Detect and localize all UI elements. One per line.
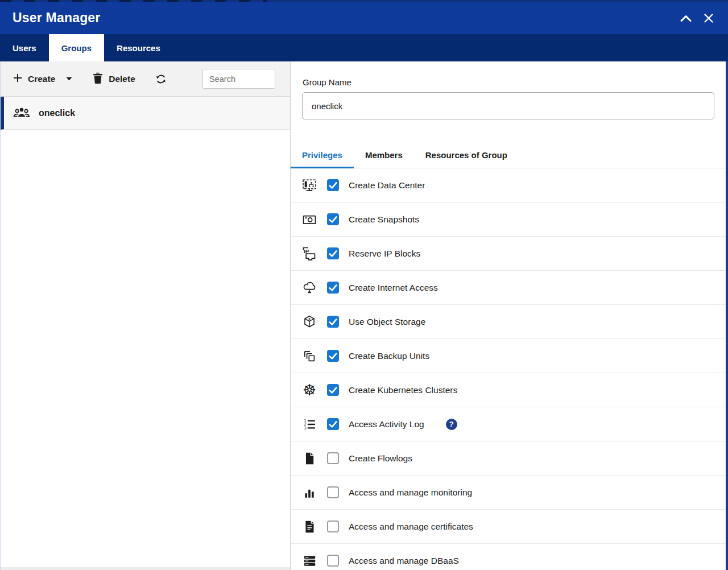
privilege-checkbox[interactable] <box>327 247 339 259</box>
privilege-row: Access and manage monitoring <box>291 476 726 510</box>
window-body: Create Delete <box>0 61 728 570</box>
user-manager-window: User Manager UsersGroupsResources Create <box>0 0 728 570</box>
privilege-row: Create Snapshots <box>291 203 726 237</box>
question-mark-icon[interactable]: ? <box>446 419 457 430</box>
privilege-label: Create Snapshots <box>349 214 419 225</box>
privilege-row: Access and manage DBaaS <box>291 544 726 570</box>
refresh-icon[interactable] <box>155 73 167 85</box>
ip-block-icon: IP <box>301 245 318 262</box>
detail-tabbar: PrivilegesMembersResources of Group <box>291 142 726 168</box>
privilege-label: Create Data Center <box>349 180 425 191</box>
privilege-checkbox[interactable] <box>327 316 339 328</box>
chevron-down-icon[interactable] <box>66 77 72 81</box>
data-center-icon <box>301 177 318 194</box>
group-detail-panel: Group Name PrivilegesMembersResources of… <box>291 61 726 570</box>
group-icon <box>12 105 31 121</box>
privilege-checkbox[interactable] <box>327 555 339 567</box>
tab-users[interactable]: Users <box>0 34 49 61</box>
privilege-row: Create Backup Units <box>291 339 726 373</box>
close-icon[interactable] <box>702 11 715 25</box>
detail-tab-privileges[interactable]: Privileges <box>291 142 354 168</box>
privilege-label: Create Kubernetes Clusters <box>349 385 457 395</box>
privilege-label: Create Backup Units <box>349 351 429 361</box>
privilege-label: Reserve IP Blocks <box>349 249 420 259</box>
group-list-item[interactable]: oneclick <box>1 97 290 130</box>
privilege-checkbox[interactable] <box>327 213 339 225</box>
document-lines-icon <box>301 518 318 535</box>
group-list-item-label: oneclick <box>39 108 75 118</box>
privilege-label: Access and manage certificates <box>349 522 473 532</box>
privilege-row: 1 2 3Access Activity Log? <box>291 407 726 441</box>
privilege-checkbox[interactable] <box>327 350 339 362</box>
privilege-label: Use Object Storage <box>349 317 425 327</box>
create-button-label: Create <box>28 74 55 84</box>
group-list: oneclick <box>1 97 290 130</box>
privilege-row: Access and manage certificates <box>291 510 726 544</box>
groups-panel: Create Delete <box>1 61 291 570</box>
group-list-empty-area <box>1 130 290 567</box>
privilege-row: ☸Create Kubernetes Clusters <box>291 373 726 407</box>
privilege-checkbox[interactable] <box>327 384 339 396</box>
privilege-row: Create Internet Access <box>291 271 726 305</box>
chevron-up-icon[interactable] <box>679 11 693 25</box>
search-input[interactable] <box>202 69 275 89</box>
group-name-input[interactable] <box>302 92 714 119</box>
privilege-checkbox[interactable] <box>327 521 339 532</box>
plus-icon <box>13 73 22 85</box>
main-tabbar: UsersGroupsResources <box>0 34 728 61</box>
bar-chart-icon <box>301 484 318 501</box>
window-header: User Manager <box>0 2 728 34</box>
delete-button[interactable]: Delete <box>93 72 135 86</box>
numbered-list-icon: 1 2 3 <box>301 416 318 433</box>
privileges-list: Create Data Center Create Snapshots IP R… <box>291 168 726 570</box>
tab-resources[interactable]: Resources <box>104 34 173 61</box>
trash-icon <box>93 72 103 86</box>
window-controls <box>679 11 715 25</box>
privilege-row: Create Flowlogs <box>291 441 726 476</box>
svg-text:3: 3 <box>304 425 307 430</box>
group-name-label: Group Name <box>303 77 714 87</box>
create-button[interactable]: Create <box>13 73 72 85</box>
kubernetes-wheel-icon: ☸ <box>301 382 318 399</box>
server-stack-icon <box>301 552 318 569</box>
privilege-row: IP Reserve IP Blocks <box>291 237 726 271</box>
cube-storage-icon <box>301 313 318 331</box>
detail-tab-resources-of-group[interactable]: Resources of Group <box>414 142 519 168</box>
privilege-label: Access and manage monitoring <box>349 488 472 498</box>
detail-tab-members[interactable]: Members <box>354 142 414 168</box>
left-panel-bottom-edge <box>1 567 290 570</box>
privilege-checkbox[interactable] <box>327 282 339 294</box>
privilege-row: Create Data Center <box>291 168 726 203</box>
privilege-label: Create Internet Access <box>349 283 438 293</box>
window-title: User Manager <box>13 10 101 26</box>
groups-toolbar: Create Delete <box>1 61 290 97</box>
cloud-internet-icon <box>301 279 318 296</box>
privilege-checkbox[interactable] <box>327 179 339 191</box>
privilege-label: Create Flowlogs <box>349 453 412 464</box>
privilege-checkbox[interactable] <box>327 418 339 430</box>
privilege-checkbox[interactable] <box>327 486 339 498</box>
privilege-label: Access and manage DBaaS <box>349 556 459 566</box>
stacked-squares-icon <box>301 348 318 365</box>
delete-button-label: Delete <box>109 74 135 84</box>
camera-icon <box>301 211 318 228</box>
document-icon <box>301 450 318 467</box>
top-edge-artifact <box>0 0 728 2</box>
privilege-checkbox[interactable] <box>327 452 339 464</box>
privilege-label: Access Activity Log <box>349 419 424 429</box>
privilege-row: Use Object Storage <box>291 305 726 339</box>
tab-groups[interactable]: Groups <box>49 34 104 61</box>
